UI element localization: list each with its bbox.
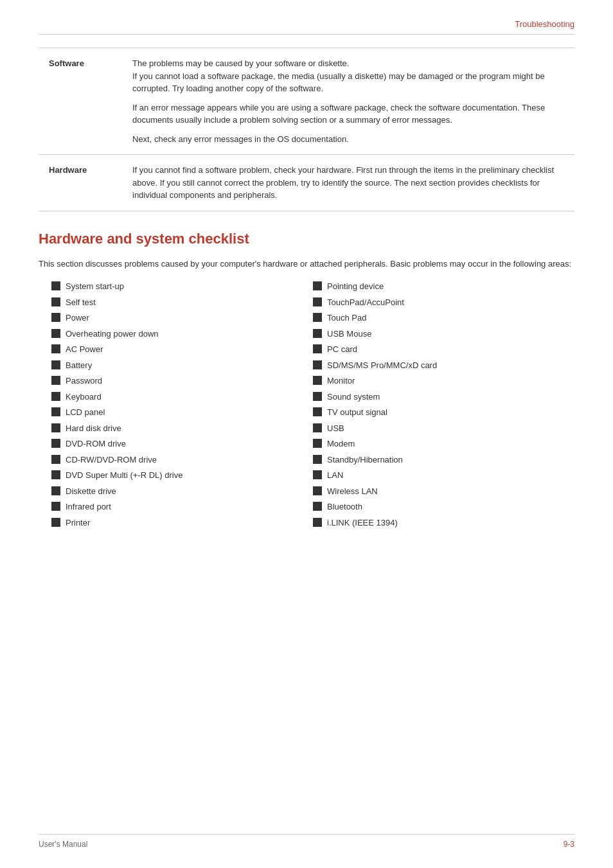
page-footer: User's Manual 9-3 bbox=[39, 834, 574, 849]
table-content: The problems may be caused by your softw… bbox=[122, 48, 574, 155]
list-item-label: Keyboard bbox=[66, 391, 102, 403]
bullet-icon bbox=[313, 297, 322, 306]
table-paragraph: If an error message appears while you ar… bbox=[132, 102, 564, 127]
list-item: Printer bbox=[51, 517, 313, 529]
list-item: Password bbox=[51, 375, 313, 387]
list-item: Standby/Hibernation bbox=[313, 454, 574, 466]
list-item: CD-RW/DVD-ROM drive bbox=[51, 454, 313, 466]
bullet-icon bbox=[313, 360, 322, 369]
list-item: USB Mouse bbox=[313, 328, 574, 341]
list-item: SD/MS/MS Pro/MMC/xD card bbox=[313, 359, 574, 372]
list-item-label: Battery bbox=[66, 359, 92, 372]
list-item-label: Diskette drive bbox=[66, 485, 116, 498]
list-item-label: CD-RW/DVD-ROM drive bbox=[66, 454, 157, 466]
list-item-label: Hard disk drive bbox=[66, 422, 121, 435]
bullet-icon bbox=[51, 360, 60, 369]
list-item: PC card bbox=[313, 343, 574, 356]
list-item-label: i.LINK (IEEE 1394) bbox=[327, 517, 398, 529]
list-item-label: DVD Super Multi (+-R DL) drive bbox=[66, 469, 182, 482]
list-item: AC Power bbox=[51, 343, 313, 356]
list-item-label: Infrared port bbox=[66, 500, 111, 513]
list-item-label: Printer bbox=[66, 517, 90, 529]
list-item: DVD-ROM drive bbox=[51, 438, 313, 450]
table-paragraph: If you cannot load a software package, t… bbox=[132, 70, 564, 95]
bullet-icon bbox=[313, 376, 322, 385]
bullet-icon bbox=[313, 423, 322, 432]
list-item: Battery bbox=[51, 359, 313, 372]
table-label: Hardware bbox=[39, 155, 122, 211]
bullet-icon bbox=[51, 281, 60, 290]
bullet-icon bbox=[313, 486, 322, 495]
bullet-icon bbox=[51, 518, 60, 527]
list-item: Bluetooth bbox=[313, 500, 574, 513]
list-item-label: Modem bbox=[327, 438, 355, 450]
bullet-icon bbox=[51, 439, 60, 448]
section-intro: This section discusses problems caused b… bbox=[39, 258, 574, 270]
list-item: Self test bbox=[51, 296, 313, 309]
list-item: DVD Super Multi (+-R DL) drive bbox=[51, 469, 313, 482]
bullet-icon bbox=[51, 392, 60, 401]
list-item: USB bbox=[313, 422, 574, 435]
list-item-label: SD/MS/MS Pro/MMC/xD card bbox=[327, 359, 437, 372]
table-row: HardwareIf you cannot find a software pr… bbox=[39, 155, 574, 211]
table-paragraph: Next, check any error messages in the OS… bbox=[132, 133, 564, 146]
list-item-label: USB bbox=[327, 422, 344, 435]
list-item: Hard disk drive bbox=[51, 422, 313, 435]
list-item-label: AC Power bbox=[66, 343, 103, 356]
list-item: i.LINK (IEEE 1394) bbox=[313, 517, 574, 529]
bullet-icon bbox=[51, 297, 60, 306]
list-item-label: Standby/Hibernation bbox=[327, 454, 403, 466]
list-item: TouchPad/AccuPoint bbox=[313, 296, 574, 309]
table-paragraph: If you cannot find a software problem, c… bbox=[132, 164, 564, 202]
bullet-icon bbox=[51, 470, 60, 479]
bullet-icon bbox=[51, 329, 60, 338]
main-table: SoftwareThe problems may be caused by yo… bbox=[39, 48, 574, 211]
list-item-label: Wireless LAN bbox=[327, 485, 378, 498]
checklist-container: System start-upSelf testPowerOverheating… bbox=[51, 280, 574, 532]
bullet-icon bbox=[51, 502, 60, 511]
checklist-left: System start-upSelf testPowerOverheating… bbox=[51, 280, 313, 532]
list-item-label: Monitor bbox=[327, 375, 355, 387]
header-title: Troubleshooting bbox=[515, 19, 574, 29]
table-label: Software bbox=[39, 48, 122, 155]
list-item: Infrared port bbox=[51, 500, 313, 513]
list-item: Modem bbox=[313, 438, 574, 450]
list-item-label: TV output signal bbox=[327, 406, 387, 419]
bullet-icon bbox=[313, 407, 322, 416]
footer-manual-label: User's Manual bbox=[39, 840, 87, 849]
list-item-label: Pointing device bbox=[327, 280, 384, 293]
bullet-icon bbox=[51, 423, 60, 432]
list-item: Sound system bbox=[313, 391, 574, 403]
list-item-label: PC card bbox=[327, 343, 357, 356]
list-item-label: DVD-ROM drive bbox=[66, 438, 126, 450]
bullet-icon bbox=[51, 376, 60, 385]
table-paragraph: The problems may be caused by your softw… bbox=[132, 57, 564, 70]
bullet-icon bbox=[313, 392, 322, 401]
bullet-icon bbox=[313, 313, 322, 322]
list-item: Keyboard bbox=[51, 391, 313, 403]
list-item-label: Power bbox=[66, 312, 89, 324]
list-item: Touch Pad bbox=[313, 312, 574, 324]
list-item: LAN bbox=[313, 469, 574, 482]
list-item-label: System start-up bbox=[66, 280, 124, 293]
page-header: Troubleshooting bbox=[39, 19, 574, 35]
list-item-label: TouchPad/AccuPoint bbox=[327, 296, 404, 309]
list-item-label: Password bbox=[66, 375, 102, 387]
list-item: Pointing device bbox=[313, 280, 574, 293]
bullet-icon bbox=[313, 281, 322, 290]
footer-page-number: 9-3 bbox=[564, 840, 574, 849]
table-row: SoftwareThe problems may be caused by yo… bbox=[39, 48, 574, 155]
list-item-label: USB Mouse bbox=[327, 328, 371, 341]
list-item-label: LCD panel bbox=[66, 406, 105, 419]
page: Troubleshooting SoftwareThe problems may… bbox=[0, 0, 613, 868]
list-item: TV output signal bbox=[313, 406, 574, 419]
bullet-icon bbox=[313, 329, 322, 338]
list-item: System start-up bbox=[51, 280, 313, 293]
list-item-label: Self test bbox=[66, 296, 96, 309]
bullet-icon bbox=[51, 344, 60, 353]
list-item-label: Overheating power down bbox=[66, 328, 159, 341]
bullet-icon bbox=[51, 313, 60, 322]
bullet-icon bbox=[313, 470, 322, 479]
bullet-icon bbox=[313, 518, 322, 527]
list-item: Overheating power down bbox=[51, 328, 313, 341]
